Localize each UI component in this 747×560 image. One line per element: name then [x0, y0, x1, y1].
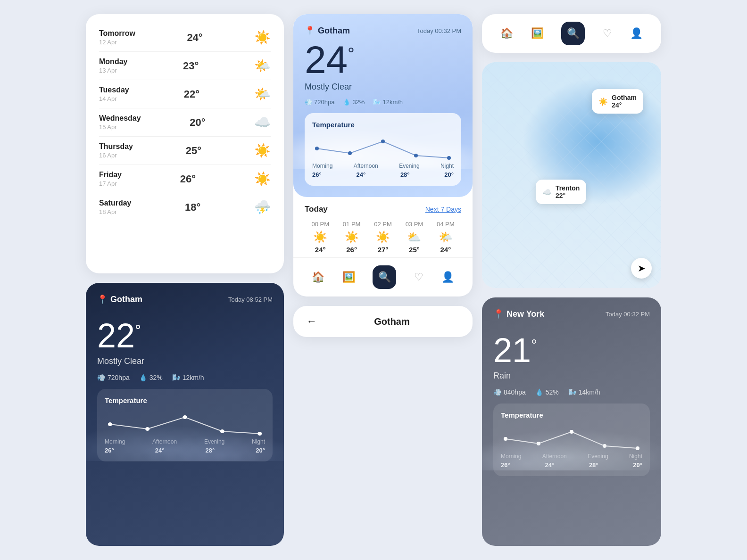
hourly-temp: 27° [367, 246, 398, 254]
map-background: ☀️ Gotham 24° ☁️ Trenton 22° ➤ [482, 62, 661, 288]
heart-icon[interactable]: ♡ [414, 271, 423, 283]
hourly-temp: 24° [430, 246, 461, 254]
forecast-day-icon: ☁️ [254, 115, 271, 130]
forecast-day-date: 15 Apr [99, 124, 141, 131]
blue-card-inner: 📍 Gotham Today 00:32 PM 24° Mostly Clear… [293, 14, 473, 197]
rain-stats: 💨 840hpa 💧 52% 🌬️ 14km/h [493, 388, 650, 396]
top-search-button[interactable]: 🔍 [561, 22, 585, 45]
hourly-row: 00 PM ☀️ 24° 01 PM ☀️ 26° 02 PM ☀️ 27° 0… [305, 221, 461, 254]
rain-wind-icon: 🌬️ [568, 388, 576, 396]
forecast-row: Thursday 16 Apr 25° ☀️ [99, 137, 271, 165]
forecast-day-name: Saturday [99, 199, 131, 207]
forecast-day-name: Wednesday [99, 114, 141, 123]
blue-desc: Mostly Clear [305, 82, 461, 92]
blue-stats: 💨 720hpa 💧 32% 🌬️ 12km/h [305, 99, 461, 106]
blue-temp-section: Temperature Morning Afternoon Evening [305, 113, 461, 186]
svg-point-6 [348, 151, 352, 155]
forecast-row: Tomorrow 12 Apr 24° ☀️ [99, 24, 271, 52]
night-temp-label: Temperature [105, 396, 265, 404]
map-trenton-temp: 22° [556, 192, 580, 199]
blue-temp-label: Temperature [312, 121, 454, 129]
blue-weather-card: 📍 Gotham Today 00:32 PM 24° Mostly Clear… [293, 14, 473, 296]
rain-pressure: 💨 840hpa [493, 388, 526, 396]
today-label: Today [305, 205, 328, 214]
forecast-day-temp: 26° [180, 173, 196, 185]
back-arrow[interactable]: ← [307, 315, 317, 328]
rain-temp: 21° [493, 333, 650, 367]
next7-link[interactable]: Next 7 Days [425, 206, 461, 213]
user-icon[interactable]: 👤 [441, 271, 454, 283]
gallery-icon[interactable]: 🖼️ [342, 271, 355, 283]
blue-pressure-icon: 💨 [305, 99, 312, 106]
locate-button[interactable]: ➤ [631, 258, 652, 279]
blue-humidity-icon: 💧 [343, 99, 350, 106]
right-column: 🏠 🖼️ 🔍 ♡ 👤 ☀️ Gotham 24° ☁️ Trenton [482, 14, 661, 546]
rain-wind: 🌬️ 14km/h [568, 388, 600, 396]
night-pressure: 💨 720hpa [97, 374, 130, 381]
center-search-button[interactable]: 🔍 [373, 265, 396, 289]
forecast-day-icon: 🌤️ [254, 58, 271, 74]
forecast-day-temp: 24° [187, 32, 202, 44]
gotham-title: Gotham [324, 316, 459, 327]
rain-location: 📍 New York [493, 309, 544, 319]
top-gallery-icon[interactable]: 🖼️ [531, 27, 544, 40]
map-trenton-icon: ☁️ [542, 188, 552, 197]
night-wind: 🌬️ 12km/h [172, 374, 204, 381]
hourly-temp: 25° [398, 246, 430, 254]
top-home-icon[interactable]: 🏠 [500, 27, 513, 40]
night-location: 📍 Gotham [97, 294, 142, 305]
blue-pressure: 💨 720hpa [305, 99, 334, 106]
forecast-day-temp: 22° [184, 88, 199, 100]
forecast-day-name: Friday [99, 171, 122, 179]
blue-humidity: 💧 32% [343, 99, 365, 106]
forecast-day-info: Wednesday 15 Apr [99, 114, 141, 131]
forecast-day-info: Friday 17 Apr [99, 171, 122, 187]
rain-humidity: 💧 52% [535, 388, 559, 396]
forecast-day-info: Tuesday 14 Apr [99, 86, 129, 102]
forecast-day-icon: ⛈️ [254, 199, 271, 215]
blue-pin-icon: 📍 [305, 25, 315, 36]
home-icon[interactable]: 🏠 [312, 271, 324, 283]
hourly-icon: ☀️ [305, 231, 336, 244]
pin-icon: 📍 [97, 294, 108, 305]
forecast-day-info: Monday 13 Apr [99, 58, 127, 74]
blue-temp-values: 26° 24° 28° 20° [312, 171, 454, 178]
hourly-item: 00 PM ☀️ 24° [305, 221, 336, 254]
rain-humidity-icon: 💧 [535, 388, 543, 396]
forecast-day-temp: 20° [190, 116, 205, 129]
rain-desc: Rain [493, 371, 650, 381]
forecast-day-icon: ☀️ [254, 171, 271, 187]
today-section: Today Next 7 Days 00 PM ☀️ 24° 01 PM ☀️ … [293, 197, 473, 254]
forecast-day-temp: 25° [186, 145, 201, 157]
rain-time: Today 00:32 PM [606, 311, 650, 318]
hourly-time: 02 PM [367, 221, 398, 228]
left-column: Tomorrow 12 Apr 24° ☀️ Monday 13 Apr 23°… [86, 14, 284, 546]
forecast-day-temp: 18° [185, 201, 200, 214]
forecast-day-date: 18 Apr [99, 208, 131, 215]
map-gotham-icon: ☀️ [598, 97, 608, 106]
map-gotham-temp: 24° [612, 101, 637, 109]
svg-point-5 [315, 147, 319, 150]
forecast-day-date: 17 Apr [99, 180, 122, 187]
gotham-bottom-card: ← Gotham [293, 306, 473, 337]
hourly-temp: 24° [305, 246, 336, 254]
top-user-icon[interactable]: 👤 [630, 27, 643, 40]
wind-icon: 🌬️ [172, 374, 180, 381]
blue-wind: 🌬️ 12km/h [373, 99, 403, 106]
hourly-time: 04 PM [430, 221, 461, 228]
forecast-row: Tuesday 14 Apr 22° 🌤️ [99, 80, 271, 108]
forecast-day-name: Monday [99, 58, 127, 66]
forecast-day-name: Tuesday [99, 86, 129, 94]
forecast-day-temp: 23° [183, 60, 199, 72]
blue-header: 📍 Gotham Today 00:32 PM [305, 25, 461, 36]
night-card: 📍 Gotham Today 08:52 PM 22° Mostly Clear… [86, 283, 284, 546]
forecast-list-card: Tomorrow 12 Apr 24° ☀️ Monday 13 Apr 23°… [86, 14, 284, 273]
hourly-icon: ☀️ [336, 231, 367, 244]
forecast-day-icon: ☀️ [254, 30, 271, 45]
night-temp: 22° [97, 319, 273, 353]
hourly-time: 01 PM [336, 221, 367, 228]
rain-pressure-icon: 💨 [493, 388, 501, 396]
blue-location: 📍 Gotham [305, 25, 350, 36]
forecast-day-date: 14 Apr [99, 95, 129, 102]
top-heart-icon[interactable]: ♡ [603, 27, 612, 40]
